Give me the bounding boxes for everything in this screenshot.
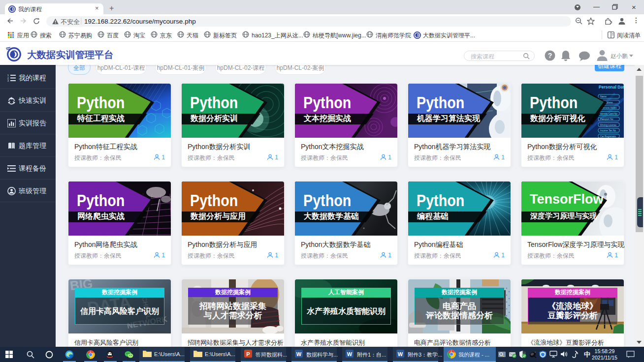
svg-text:P: P: [246, 351, 250, 357]
svg-text:W: W: [398, 351, 403, 357]
svg-text:W: W: [347, 351, 353, 357]
svg-text:?: ?: [548, 52, 552, 60]
svg-text:3: 3: [7, 79, 9, 82]
svg-text:W: W: [296, 351, 302, 357]
